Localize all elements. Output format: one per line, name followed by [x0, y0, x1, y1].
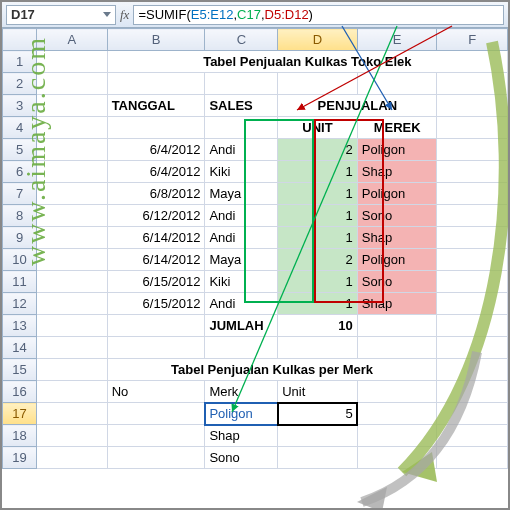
chevron-down-icon[interactable]	[103, 12, 111, 17]
formula-arg1: E5:E12	[191, 7, 234, 22]
cell[interactable]: 6/8/2012	[107, 183, 205, 205]
hdr2-no: No	[107, 381, 205, 403]
hdr2-unit: Unit	[278, 381, 358, 403]
row-13[interactable]: 13	[3, 315, 37, 337]
cell[interactable]: Poligon	[357, 249, 437, 271]
cell[interactable]: Kiki	[205, 271, 278, 293]
cell[interactable]: Sono	[357, 205, 437, 227]
hdr-unit: UNIT	[278, 117, 358, 139]
cell[interactable]: Andi	[205, 205, 278, 227]
cell[interactable]: Shap	[205, 425, 278, 447]
spreadsheet-grid[interactable]: A B C D E F 1 Tabel Penjualan Kulkas Tok…	[2, 28, 508, 469]
cell[interactable]: Poligon	[357, 139, 437, 161]
row-11[interactable]: 11	[3, 271, 37, 293]
cell[interactable]: Sono	[357, 271, 437, 293]
row-15[interactable]: 15	[3, 359, 37, 381]
col-B[interactable]: B	[107, 29, 205, 51]
formula-arg2: C17	[237, 7, 261, 22]
cell[interactable]: Maya	[205, 183, 278, 205]
row-8[interactable]: 8	[3, 205, 37, 227]
hdr-tanggal: TANGGAL	[107, 95, 205, 117]
cell[interactable]	[278, 425, 358, 447]
cell[interactable]: 1	[278, 271, 358, 293]
cell[interactable]: 6/14/2012	[107, 249, 205, 271]
col-F[interactable]: F	[437, 29, 508, 51]
jumlah-value[interactable]: 10	[278, 315, 358, 337]
row-14[interactable]: 14	[3, 337, 37, 359]
row-6[interactable]: 6	[3, 161, 37, 183]
svg-marker-4	[357, 487, 387, 510]
corner-cell[interactable]	[3, 29, 37, 51]
hdr-penjualan: PENJUALAN	[278, 95, 437, 117]
row-1[interactable]: 1	[3, 51, 37, 73]
cell[interactable]: Shap	[357, 227, 437, 249]
cell[interactable]: 6/15/2012	[107, 271, 205, 293]
formula-arg3: D5:D12	[265, 7, 309, 22]
cell[interactable]: Shap	[357, 293, 437, 315]
cell[interactable]: 1	[278, 161, 358, 183]
col-D[interactable]: D	[278, 29, 358, 51]
fx-wrap: fx =SUMIF( E5:E12 , C17 , D5:D12 )	[120, 5, 504, 25]
cell[interactable]: 6/4/2012	[107, 139, 205, 161]
cell[interactable]: Andi	[205, 227, 278, 249]
cell[interactable]: 1	[278, 227, 358, 249]
cell[interactable]: Andi	[205, 139, 278, 161]
cell[interactable]: 6/4/2012	[107, 161, 205, 183]
cell[interactable]: Kiki	[205, 161, 278, 183]
cell[interactable]: Shap	[357, 161, 437, 183]
col-A[interactable]: A	[37, 29, 108, 51]
formula-suffix: )	[309, 7, 313, 22]
col-E[interactable]: E	[357, 29, 437, 51]
row-4[interactable]: 4	[3, 117, 37, 139]
row-18[interactable]: 18	[3, 425, 37, 447]
row-10[interactable]: 10	[3, 249, 37, 271]
cell[interactable]: Maya	[205, 249, 278, 271]
cell[interactable]: 6/15/2012	[107, 293, 205, 315]
cell[interactable]: 2	[278, 139, 358, 161]
cell-d17[interactable]: 5	[278, 403, 358, 425]
hdr-merek: MEREK	[357, 117, 437, 139]
jumlah-label: JUMLAH	[205, 315, 278, 337]
row-19[interactable]: 19	[3, 447, 37, 469]
cell[interactable]: 1	[278, 183, 358, 205]
hdr-sales: SALES	[205, 95, 278, 117]
cell[interactable]: Andi	[205, 293, 278, 315]
hdr2-merk: Merk	[205, 381, 278, 403]
formula-bar-row: D17 fx =SUMIF( E5:E12 , C17 , D5:D12 )	[2, 2, 508, 28]
col-C[interactable]: C	[205, 29, 278, 51]
title-1: Tabel Penjualan Kulkas Toko Elek	[107, 51, 507, 73]
row-2[interactable]: 2	[3, 73, 37, 95]
title-2: Tabel Penjualan Kulkas per Merk	[107, 359, 437, 381]
cell[interactable]: 6/14/2012	[107, 227, 205, 249]
formula-prefix: =SUMIF(	[138, 7, 190, 22]
row-16[interactable]: 16	[3, 381, 37, 403]
cell-c17[interactable]: Poligon	[205, 403, 278, 425]
name-box[interactable]: D17	[6, 5, 116, 25]
cell[interactable]: 1	[278, 205, 358, 227]
row-12[interactable]: 12	[3, 293, 37, 315]
row-7[interactable]: 7	[3, 183, 37, 205]
row-17[interactable]: 17	[3, 403, 37, 425]
row-9[interactable]: 9	[3, 227, 37, 249]
row-5[interactable]: 5	[3, 139, 37, 161]
cell[interactable]: 6/12/2012	[107, 205, 205, 227]
cell[interactable]	[278, 447, 358, 469]
cell[interactable]: Sono	[205, 447, 278, 469]
cell[interactable]: Poligon	[357, 183, 437, 205]
formula-bar[interactable]: =SUMIF( E5:E12 , C17 , D5:D12 )	[133, 5, 504, 25]
row-3[interactable]: 3	[3, 95, 37, 117]
fx-icon[interactable]: fx	[120, 7, 129, 23]
name-box-value: D17	[11, 7, 35, 22]
cell[interactable]: 2	[278, 249, 358, 271]
cell[interactable]: 1	[278, 293, 358, 315]
